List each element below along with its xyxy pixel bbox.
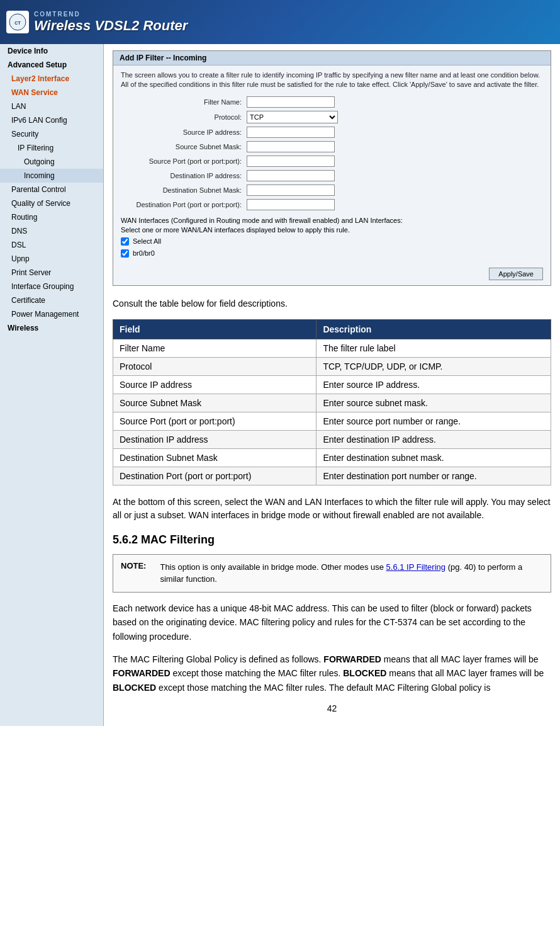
wan-line1: WAN Interfaces (Configured in Routing mo… [121,217,543,224]
sidebar-item-certificate[interactable]: Certificate [0,293,103,307]
logo-area: CT COMTREND Wireless VDSL2 Router [6,11,188,34]
source-ip-input[interactable] [247,127,335,138]
sidebar-item-dns[interactable]: DNS [0,224,103,238]
apply-save-button[interactable]: Apply/Save [489,268,543,280]
para2-part5: except those matching the MAC filter rul… [156,683,490,693]
table-cell-field: Source IP address [113,375,316,394]
sidebar-item-qos[interactable]: Quality of Service [0,196,103,210]
table-cell-description: Enter destination port number or range. [316,467,551,485]
table-row: Destination IP addressEnter destination … [113,430,551,448]
table-cell-description: Enter source IP address. [316,375,551,394]
checkbox-br0-label: br0/br0 [133,249,155,257]
table-cell-description: TCP, TCP/UDP, UDP, or ICMP. [316,357,551,375]
protocol-row: Protocol: TCP UDP TCP/UDP ICMP [121,111,543,123]
dest-ip-label: Destination IP address: [121,172,247,179]
filter-name-input[interactable] [247,96,335,108]
source-mask-row: Source Subnet Mask: [121,141,543,152]
sidebar-item-dsl[interactable]: DSL [0,238,103,252]
para1: Each network device has a unique 48-bit … [113,601,551,644]
sidebar-item-advanced-setup[interactable]: Advanced Setup [0,58,103,72]
dest-port-input[interactable] [247,199,335,210]
table-row: Source Subnet MaskEnter source subnet ma… [113,394,551,412]
checkbox-select-all[interactable] [121,237,129,246]
note-link[interactable]: 5.6.1 IP Filtering [386,562,445,572]
para2-blocked1: BLOCKED [343,668,386,678]
sidebar-item-power-mgmt[interactable]: Power Management [0,307,103,321]
sidebar-item-wireless[interactable]: Wireless [0,321,103,335]
consult-text: Consult the table below for field descri… [113,297,551,310]
para2-forwarded1: FORWARDED [323,654,381,664]
table-cell-description: Enter source port number or range. [316,412,551,430]
sidebar-item-ipv6-lan[interactable]: IPv6 LAN Config [0,113,103,127]
comtrend-logo: CT [6,11,29,33]
note-content: This option is only available in bridge … [154,556,549,591]
dest-mask-label: Destination Subnet Mask: [121,186,247,194]
sidebar-item-ip-filtering[interactable]: IP Filtering [0,141,103,155]
checkbox-br0[interactable] [121,249,129,258]
table-header-description: Description [316,319,551,339]
router-title: Wireless VDSL2 Router [34,18,188,34]
source-mask-input[interactable] [247,141,335,152]
para2: The MAC Filtering Global Policy is defin… [113,652,551,695]
bottom-text: At the bottom of this screen, select the… [113,496,551,522]
dest-ip-row: Destination IP address: [121,170,543,181]
svg-text:CT: CT [14,21,21,25]
panel-footer: Apply/Save [113,263,551,285]
table-row: ProtocolTCP, TCP/UDP, UDP, or ICMP. [113,357,551,375]
sidebar-item-parental[interactable]: Parental Control [0,183,103,196]
table-cell-field: Source Subnet Mask [113,394,316,412]
sidebar-item-security[interactable]: Security [0,127,103,141]
table-cell-field: Destination Port (port or port:port) [113,467,316,485]
sidebar-item-device-info[interactable]: Device Info [0,44,103,58]
sidebar-item-upnp[interactable]: Upnp [0,252,103,266]
table-row: Destination Port (port or port:port)Ente… [113,467,551,485]
wan-section: WAN Interfaces (Configured in Routing mo… [121,217,543,258]
para2-blocked2: BLOCKED [113,683,156,693]
panel-title: Add IP Filter -- Incoming [113,51,551,65]
sidebar-item-lan[interactable]: LAN [0,99,103,113]
dest-mask-row: Destination Subnet Mask: [121,184,543,196]
dest-port-row: Destination Port (port or port:port): [121,199,543,210]
table-cell-description: The filter rule label [316,339,551,357]
dest-port-label: Destination Port (port or port:port): [121,201,247,208]
table-cell-field: Source Port (port or port:port) [113,412,316,430]
para2-part2: means that all MAC layer frames will be [381,654,539,664]
table-row: Filter NameThe filter rule label [113,339,551,357]
sidebar: Device Info Advanced Setup Layer2 Interf… [0,44,104,726]
source-mask-label: Source Subnet Mask: [121,143,247,150]
checkbox-select-all-label: Select All [133,237,161,245]
protocol-select[interactable]: TCP UDP TCP/UDP ICMP [247,111,338,123]
para2-part1: The MAC Filtering Global Policy is defin… [113,654,323,664]
sidebar-item-print-server[interactable]: Print Server [0,266,103,280]
panel-body: The screen allows you to create a filter… [113,65,551,263]
dest-ip-input[interactable] [247,170,335,181]
content-area: Add IP Filter -- Incoming The screen all… [104,44,560,726]
page-number: 42 [113,703,551,720]
dest-mask-input[interactable] [247,184,335,196]
para2-part3: except those matching the MAC filter rul… [171,668,344,678]
sidebar-item-routing[interactable]: Routing [0,210,103,224]
source-port-row: Source Port (port or port:port): [121,156,543,167]
sidebar-item-wan-service[interactable]: WAN Service [0,86,103,99]
note-label: NOTE: [115,556,152,591]
protocol-label: Protocol: [121,113,247,121]
sidebar-item-layer2[interactable]: Layer2 Interface [0,72,103,86]
description-table: Field Description Filter NameThe filter … [113,319,551,485]
table-cell-field: Filter Name [113,339,316,357]
note-box: NOTE: This option is only available in b… [113,554,551,593]
router-panel: Add IP Filter -- Incoming The screen all… [113,50,551,286]
table-row: Source Port (port or port:port)Enter sou… [113,412,551,430]
table-cell-description: Enter source subnet mask. [316,394,551,412]
source-port-input[interactable] [247,156,335,167]
para2-part4: means that all MAC layer frames will be [386,668,544,678]
filter-name-label: Filter Name: [121,98,247,106]
table-cell-description: Enter destination IP address. [316,430,551,448]
sidebar-item-interface-grouping[interactable]: Interface Grouping [0,280,103,293]
source-ip-label: Source IP address: [121,128,247,136]
table-row: Destination Subnet MaskEnter destination… [113,448,551,467]
sidebar-item-outgoing[interactable]: Outgoing [0,155,103,169]
table-cell-description: Enter destination subnet mask. [316,448,551,467]
sidebar-item-incoming[interactable]: Incoming [0,169,103,183]
brand-name: COMTREND [34,11,188,18]
checkbox-select-all-row: Select All [121,237,543,246]
